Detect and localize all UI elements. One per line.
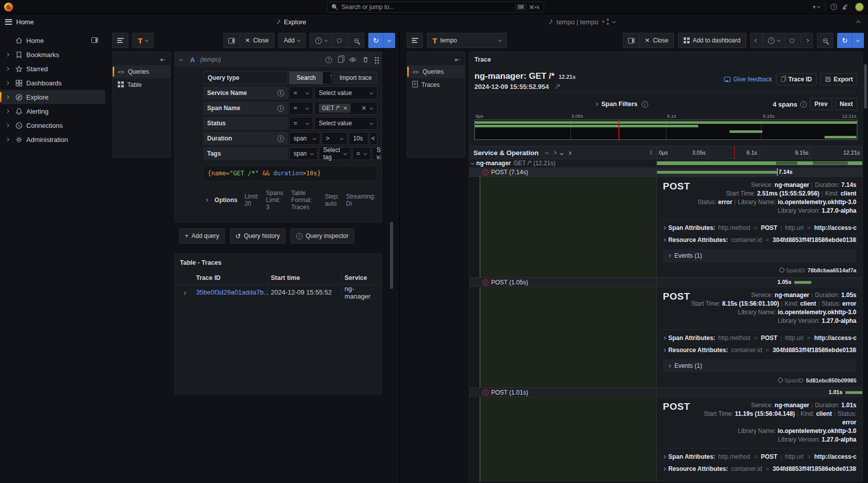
trace-id-button[interactable]: Trace ID bbox=[776, 73, 816, 85]
run-query-button-left[interactable]: ↻ bbox=[368, 33, 383, 48]
grafana-logo[interactable] bbox=[4, 3, 13, 12]
tab-search[interactable]: Search bbox=[290, 72, 323, 84]
resource-attributes-row[interactable]: Resource Attributes: container.id=304fd8… bbox=[663, 344, 856, 356]
span-row-root[interactable]: ng-manager GET /* (12.21s) bbox=[469, 159, 862, 168]
add-to-dashboard-button[interactable]: Add to dashboard bbox=[678, 33, 746, 48]
nav-item-home[interactable]: Home bbox=[0, 33, 105, 47]
news-icon[interactable] bbox=[842, 3, 850, 11]
query-help-icon[interactable]: ? bbox=[325, 57, 332, 63]
collapse-rail-icon[interactable]: ⇤ bbox=[113, 54, 170, 65]
time-shift-forward-button[interactable] bbox=[801, 33, 813, 48]
remove-chip-icon[interactable]: ✕ bbox=[343, 105, 348, 112]
expand-all-down-icon[interactable] bbox=[560, 149, 563, 156]
collapse-query-icon[interactable] bbox=[179, 58, 182, 61]
query-history-button[interactable]: ↺ Query history bbox=[230, 228, 285, 244]
span-attributes-row[interactable]: Span Attributes: http.method=POST | http… bbox=[663, 451, 856, 463]
rail-item-table[interactable]: Table bbox=[113, 78, 170, 91]
run-query-button-right[interactable]: ↻ bbox=[837, 33, 852, 48]
duration-op-select[interactable]: > bbox=[321, 132, 348, 145]
zoom-out-button-right[interactable] bbox=[817, 33, 833, 48]
span-bar[interactable] bbox=[845, 391, 862, 394]
tags-op-select[interactable]: = bbox=[352, 147, 371, 160]
expand-one-icon[interactable] bbox=[553, 151, 556, 154]
trace-minimap[interactable]: 0μs 3.05s 6.1s 9.15s 12.21s bbox=[474, 113, 857, 140]
duration-value-input[interactable]: 10s bbox=[349, 132, 368, 145]
split-pane-button-right[interactable] bbox=[623, 33, 639, 48]
close-pane-button-right[interactable]: ✕ Close bbox=[639, 33, 674, 48]
link-button-right[interactable] bbox=[785, 33, 801, 48]
split-pane-button[interactable] bbox=[223, 33, 239, 48]
resource-attributes-row[interactable]: Resource Attributes: container.id=304fd8… bbox=[663, 463, 856, 475]
col-trace-id[interactable]: Trace ID bbox=[193, 271, 268, 284]
rail-toggle-button-right[interactable] bbox=[407, 33, 423, 48]
span-bar[interactable] bbox=[794, 281, 812, 284]
breadcrumb-home[interactable]: Home bbox=[16, 18, 34, 26]
expand-span-filters-icon[interactable] bbox=[595, 103, 598, 106]
col-start-time[interactable]: Start time bbox=[268, 271, 342, 284]
info-icon[interactable]: i bbox=[277, 105, 284, 112]
right-pane-scrollbar[interactable] bbox=[864, 64, 867, 109]
column-resize-handle[interactable]: ‖ bbox=[650, 149, 652, 156]
nav-item-explore[interactable]: Explore bbox=[0, 90, 105, 104]
close-pane-button-left[interactable]: ✕ Close bbox=[239, 33, 274, 48]
span-filters-label[interactable]: Span Filters bbox=[601, 101, 638, 108]
collapse-span-icon[interactable] bbox=[471, 161, 474, 164]
duplicate-query-icon[interactable] bbox=[338, 57, 343, 63]
info-icon[interactable]: i bbox=[642, 101, 648, 108]
datasource-picker-left[interactable]: T bbox=[132, 33, 154, 48]
breadcrumb-dropdown-icon[interactable] bbox=[612, 20, 615, 23]
span-row[interactable]: ! POST (7.14s) 7.14s bbox=[469, 168, 862, 177]
hide-query-icon[interactable] bbox=[349, 56, 356, 63]
table-row[interactable]: 35be0f3d29a01adda7b... 2024-12-09 15:55:… bbox=[175, 285, 381, 300]
run-query-dropdown-left[interactable] bbox=[383, 33, 395, 48]
add-query-button[interactable]: + Add query bbox=[179, 228, 225, 244]
datasource-picker-right[interactable]: T tempo bbox=[427, 33, 507, 48]
rail-item-queries[interactable]: <> Queries bbox=[113, 65, 170, 78]
info-icon[interactable]: i bbox=[800, 101, 807, 108]
tags-scope-select[interactable]: span bbox=[289, 147, 318, 160]
collapse-rail-icon[interactable]: ⇤ bbox=[407, 54, 465, 65]
expand-row-icon[interactable] bbox=[182, 292, 185, 295]
add-button[interactable]: Add bbox=[278, 33, 306, 48]
share-icon[interactable] bbox=[602, 19, 609, 25]
tags-value-select[interactable]: Select va bbox=[372, 147, 381, 160]
span-attributes-row[interactable]: Span Attributes: http.method=POST | http… bbox=[663, 332, 856, 344]
query-inspector-button[interactable]: i Query inspector bbox=[291, 228, 354, 244]
user-avatar[interactable] bbox=[855, 3, 864, 12]
expand-all-right-icon[interactable] bbox=[568, 149, 570, 156]
tags-tag-select[interactable]: Select tag bbox=[319, 147, 351, 160]
give-feedback-link[interactable]: Give feedback bbox=[724, 76, 773, 83]
duration-scope-select[interactable]: span bbox=[289, 132, 320, 145]
prev-button[interactable]: Prev bbox=[810, 98, 832, 110]
resource-attributes-row[interactable]: Resource Attributes: container.id=304fd8… bbox=[663, 234, 856, 246]
rail-toggle-button[interactable] bbox=[112, 33, 128, 48]
info-icon[interactable]: i bbox=[277, 135, 284, 142]
expand-options-icon[interactable] bbox=[205, 199, 208, 202]
new-button[interactable]: + bbox=[812, 3, 820, 11]
span-bar[interactable] bbox=[657, 161, 862, 165]
nav-item-alerting[interactable]: Alerting bbox=[0, 104, 105, 118]
query-options-row[interactable]: Options Limit: 20 Spans Limit: 3 Table F… bbox=[203, 185, 377, 218]
breadcrumb-explore[interactable]: Explore bbox=[284, 18, 306, 26]
link-button-left[interactable] bbox=[332, 33, 348, 48]
trace-id-link[interactable]: 35be0f3d29a01adda7b... bbox=[196, 288, 269, 296]
left-pane-scrollbar[interactable] bbox=[390, 222, 393, 289]
search-input[interactable]: 🔍 Search or jump to... ⌨ ⌘+k bbox=[327, 2, 544, 13]
nav-item-bookmarks[interactable]: Bookmarks bbox=[0, 47, 105, 62]
zoom-out-button-left[interactable] bbox=[348, 33, 364, 48]
drag-query-icon[interactable] bbox=[375, 57, 376, 59]
duration-extra-button[interactable]: < bbox=[369, 132, 377, 145]
menu-toggle-icon[interactable] bbox=[5, 18, 12, 26]
clear-icon[interactable]: ✕ bbox=[361, 105, 366, 112]
rail-item-queries-right[interactable]: <> Queries bbox=[407, 65, 465, 78]
tab-traceql[interactable]: TraceQL bbox=[323, 72, 332, 84]
nav-item-dashboards[interactable]: Dashboards bbox=[0, 76, 105, 90]
nav-item-starred[interactable]: Starred bbox=[0, 62, 105, 76]
run-query-dropdown-right[interactable] bbox=[852, 33, 864, 48]
next-button[interactable]: Next bbox=[835, 98, 857, 110]
link-icon[interactable] bbox=[777, 377, 784, 383]
rail-item-traces[interactable]: Traces bbox=[407, 78, 465, 91]
status-value-select[interactable]: Select value bbox=[314, 117, 377, 130]
span-row[interactable]: ! POST (1.05s) 1.05s bbox=[469, 278, 862, 287]
export-button[interactable]: Export bbox=[821, 73, 857, 85]
